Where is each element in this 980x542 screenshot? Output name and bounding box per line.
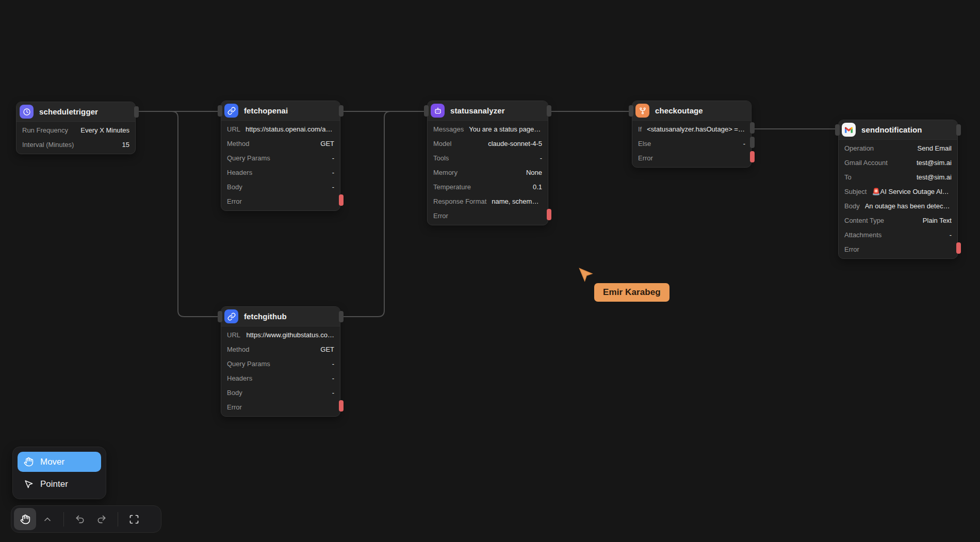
row-value: None [463,169,542,176]
output-handle[interactable] [339,105,344,117]
hand-tool-button[interactable] [14,508,36,530]
row-value: - [257,374,334,382]
tool-item-pointer[interactable]: Pointer [18,474,101,494]
chevron-up-icon [42,514,53,524]
input-handle[interactable] [218,311,222,322]
node-row[interactable]: Gmail Account test@sim.ai [839,155,957,170]
node-checkoutage[interactable]: checkoutage If <statusanalyzer.hasOutage… [632,101,752,168]
node-row[interactable]: URL https://www.githubstatus.co… [221,327,340,342]
row-value: <statusanalyzer.hasOutage> ===… [647,125,745,133]
node-fetchopenai[interactable]: fetchopenai URL https://status.openai.co… [221,101,340,211]
connection-scheduletrigger-fetchgithub[interactable] [136,111,221,317]
node-row[interactable]: Query Params - [221,356,340,371]
else-output-handle[interactable] [750,137,755,148]
row-label: Operation [844,144,874,152]
row-label: Method [227,140,249,147]
error-handle[interactable] [339,194,344,206]
node-row[interactable]: URL https://status.openai.com/api… [221,122,340,136]
node-row[interactable]: Operation Send Email [839,141,957,155]
row-label: Headers [227,169,252,176]
input-handle[interactable] [835,124,840,136]
connection-fetchgithub-statusanalyzer[interactable] [340,111,427,317]
row-label: Interval (Minutes) [22,141,74,149]
node-row[interactable]: Model claude-sonnet-4-5 [428,136,548,151]
node-row-error[interactable]: Error [839,242,957,256]
api-icon [224,309,238,323]
row-value: Plain Text [889,217,952,224]
input-handle[interactable] [629,105,633,117]
node-row[interactable]: Tools - [428,151,548,165]
row-label: Attachments [844,231,881,239]
workflow-canvas[interactable]: scheduletrigger Run Frequency Every X Mi… [0,0,980,542]
node-sendnotification[interactable]: sendnotification Operation Send Email Gm… [838,120,958,259]
node-row[interactable]: Run Frequency Every X Minutes [17,123,135,137]
node-row[interactable]: Else - [632,136,751,151]
node-row-error[interactable]: Error [221,400,340,414]
error-handle[interactable] [956,242,961,254]
row-value: Every X Minutes [73,126,129,134]
collapse-tool-menu-button[interactable] [37,508,58,530]
node-row[interactable]: Temperature 0.1 [428,179,548,194]
node-row[interactable]: Method GET [221,136,340,151]
node-header[interactable]: fetchgithub [221,307,340,326]
node-row[interactable]: Memory None [428,165,548,179]
row-label: Headers [227,374,252,382]
node-row[interactable]: Content Type Plain Text [839,213,957,227]
row-label: If [638,125,642,133]
output-handle[interactable] [339,311,344,322]
row-label: Model [433,140,451,147]
undo-button[interactable] [70,508,90,530]
node-row[interactable]: Body An outage has been detecte… [839,199,957,213]
row-label: Gmail Account [844,159,888,167]
row-label: Method [227,346,249,353]
error-handle[interactable] [339,400,344,412]
row-value: - [656,140,745,147]
node-header[interactable]: checkoutage [632,101,751,121]
node-row[interactable]: Messages You are a status page an… [428,122,548,136]
node-row-error[interactable]: Error [632,151,751,165]
node-title: fetchgithub [244,312,287,321]
node-row[interactable]: Attachments - [839,227,957,242]
node-header[interactable]: scheduletrigger [17,102,135,122]
row-value: GET [254,346,334,353]
node-row[interactable]: Body - [221,179,340,194]
node-header[interactable]: statusanalyzer [428,101,548,121]
row-value: - [454,154,542,162]
node-scheduletrigger[interactable]: scheduletrigger Run Frequency Every X Mi… [16,102,136,154]
tool-item-mover[interactable]: Mover [18,452,101,472]
output-handle[interactable] [134,106,139,118]
node-header[interactable]: fetchopenai [221,101,340,121]
redo-button[interactable] [91,508,112,530]
output-handle[interactable] [956,124,961,136]
row-value: - [275,360,334,368]
node-title: statusanalyzer [450,106,505,115]
node-row[interactable]: Headers - [221,371,340,385]
input-handle[interactable] [218,105,222,117]
row-label: Error [638,154,653,162]
fullscreen-button[interactable] [124,508,144,530]
row-label: Memory [433,169,458,176]
node-header[interactable]: sendnotification [839,120,957,140]
gmail-icon [842,123,856,137]
node-row[interactable]: Response Format name, schema +1 [428,194,548,208]
node-row-error[interactable]: Error [428,208,548,223]
error-handle[interactable] [547,209,551,220]
node-row[interactable]: Query Params - [221,151,340,165]
node-row[interactable]: Headers - [221,165,340,179]
node-row[interactable]: If <statusanalyzer.hasOutage> ===… [632,122,751,136]
if-output-handle[interactable] [750,122,755,134]
row-value: 🚨AI Service Outage Alert … [872,188,952,195]
node-statusanalyzer[interactable]: statusanalyzer Messages You are a status… [427,101,548,225]
output-handle[interactable] [547,105,551,117]
row-value: - [248,389,334,397]
node-row[interactable]: Body - [221,385,340,400]
node-row-error[interactable]: Error [221,194,340,208]
row-label: Else [638,140,651,147]
node-row[interactable]: Subject 🚨AI Service Outage Alert … [839,184,957,199]
node-fetchgithub[interactable]: fetchgithub URL https://www.githubstatus… [221,306,340,417]
node-row[interactable]: To test@sim.ai [839,170,957,184]
input-handle[interactable] [424,105,429,117]
error-handle[interactable] [750,151,755,162]
node-row[interactable]: Method GET [221,342,340,356]
node-row[interactable]: Interval (Minutes) 15 [17,137,135,152]
